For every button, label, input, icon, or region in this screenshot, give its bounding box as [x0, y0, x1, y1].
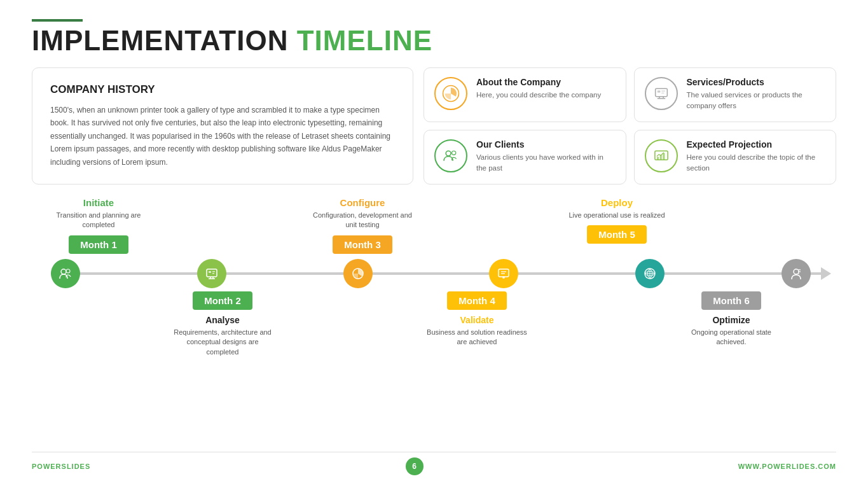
header: IMPLEMENTATION TIMELINE — [32, 19, 836, 55]
svg-rect-24 — [499, 269, 509, 277]
footer: POWERSLIDES 6 WWW.POWERLIDES.COM — [32, 452, 836, 475]
node-1 — [51, 259, 80, 288]
timeline-top-deploy: Deploy Live operational use is realized … — [566, 197, 668, 244]
phase-validate-name: Validate — [460, 315, 494, 325]
phase-optimize-desc: Ongoing operational state achieved. — [680, 328, 782, 347]
timeline-arrow — [821, 267, 831, 280]
node-3 — [343, 259, 373, 288]
projection-text: Expected Projection Here you could descr… — [687, 139, 826, 174]
svg-point-8 — [446, 151, 451, 156]
clients-icon — [434, 139, 467, 172]
services-desc: The valued services or products the comp… — [687, 90, 826, 112]
title-part1: IMPLEMENTATION — [32, 25, 297, 56]
services-icon — [645, 77, 678, 110]
timeline-top-initiate: Initiate Transition and planning are com… — [51, 197, 146, 254]
month-badge-4: Month 4 — [447, 291, 507, 310]
about-company-desc: Here, you could describe the company — [476, 90, 601, 101]
svg-point-27 — [502, 276, 505, 279]
svg-rect-18 — [212, 271, 215, 272]
svg-point-14 — [61, 269, 66, 274]
services-text: Services/Products The valued services or… — [687, 77, 826, 112]
services-title: Services/Products — [687, 77, 826, 87]
info-card-clients: Our Clients Various clients you have wor… — [424, 130, 626, 185]
company-history-body: 1500's, when an unknown printer took a g… — [50, 104, 395, 169]
timeline-bottom-analyse: Month 2 Analyse Requirements, architectu… — [172, 291, 273, 357]
company-history-card: COMPANY HISTORY 1500's, when an unknown … — [32, 67, 413, 185]
about-company-text: About the Company Here, you could descri… — [476, 77, 601, 101]
svg-rect-4 — [661, 92, 665, 94]
svg-rect-3 — [661, 90, 665, 92]
timeline-nodes — [51, 259, 811, 288]
svg-rect-11 — [657, 157, 659, 160]
footer-website: WWW.POWERLIDES.COM — [738, 463, 836, 470]
phase-optimize-name: Optimize — [712, 315, 750, 325]
slide: IMPLEMENTATION TIMELINE COMPANY HISTORY … — [0, 0, 868, 488]
projection-title: Expected Projection — [687, 139, 826, 150]
svg-point-15 — [66, 269, 70, 273]
timeline-section: Initiate Transition and planning are com… — [32, 197, 836, 452]
svg-rect-19 — [212, 273, 214, 274]
footer-brand-power: POWER — [32, 463, 62, 470]
timeline-bottom-optimize: Month 6 Optimize Ongoing operational sta… — [680, 291, 782, 347]
phase-analyse-desc: Requirements, architecture and conceptua… — [172, 328, 273, 357]
clients-desc: Various clients you have worked with in … — [476, 152, 616, 174]
node-4 — [489, 259, 518, 288]
phase-analyse-name: Analyse — [205, 315, 240, 325]
svg-rect-13 — [663, 153, 665, 160]
footer-brand-slides: SLIDES — [62, 463, 91, 470]
svg-rect-1 — [655, 88, 667, 96]
about-company-title: About the Company — [476, 77, 601, 87]
title-part2: TIMELINE — [297, 25, 432, 56]
svg-point-9 — [452, 151, 456, 155]
info-card-services: Services/Products The valued services or… — [634, 67, 837, 122]
month-badge-5: Month 5 — [587, 225, 647, 244]
month-badge-6: Month 6 — [701, 291, 761, 310]
phase-deploy-name: Deploy — [601, 197, 633, 208]
footer-brand-left: POWERSLIDES — [32, 463, 90, 470]
info-card-projection: Expected Projection Here you could descr… — [634, 130, 837, 185]
timeline-bottom-validate: Month 4 Validate Business and solution r… — [426, 291, 528, 347]
node-6 — [782, 259, 811, 288]
company-history-title: COMPANY HISTORY — [50, 83, 395, 96]
header-accent-line — [32, 19, 83, 22]
svg-rect-16 — [207, 269, 217, 277]
svg-rect-2 — [657, 90, 660, 92]
projection-icon — [645, 139, 678, 172]
phase-initiate-name: Initiate — [83, 197, 114, 208]
info-cards-grid: About the Company Here, you could descri… — [424, 67, 836, 185]
footer-page-number: 6 — [406, 457, 424, 475]
page-title: IMPLEMENTATION TIMELINE — [32, 27, 836, 55]
phase-configure-desc: Configuration, development and unit test… — [312, 211, 413, 230]
clients-title: Our Clients — [476, 139, 616, 150]
phase-validate-desc: Business and solution readiness are achi… — [426, 328, 528, 347]
timeline-top-configure: Configure Configuration, development and… — [312, 197, 413, 254]
svg-rect-17 — [209, 271, 211, 273]
about-company-icon — [434, 77, 467, 110]
top-section: COMPANY HISTORY 1500's, when an unknown … — [32, 67, 836, 185]
phase-deploy-desc: Live operational use is realized — [568, 211, 665, 220]
month-badge-2: Month 2 — [193, 291, 252, 310]
node-5 — [635, 259, 665, 288]
info-card-about-company: About the Company Here, you could descri… — [424, 67, 626, 122]
clients-text: Our Clients Various clients you have wor… — [476, 139, 616, 174]
node-2 — [197, 259, 226, 288]
month-badge-3: Month 3 — [333, 235, 392, 254]
svg-point-33 — [794, 269, 799, 274]
phase-configure-name: Configure — [340, 197, 385, 208]
projection-desc: Here you could describe the topic of the… — [687, 152, 826, 174]
phase-initiate-desc: Transition and planning are completed — [51, 211, 146, 230]
month-badge-1: Month 1 — [69, 235, 128, 254]
